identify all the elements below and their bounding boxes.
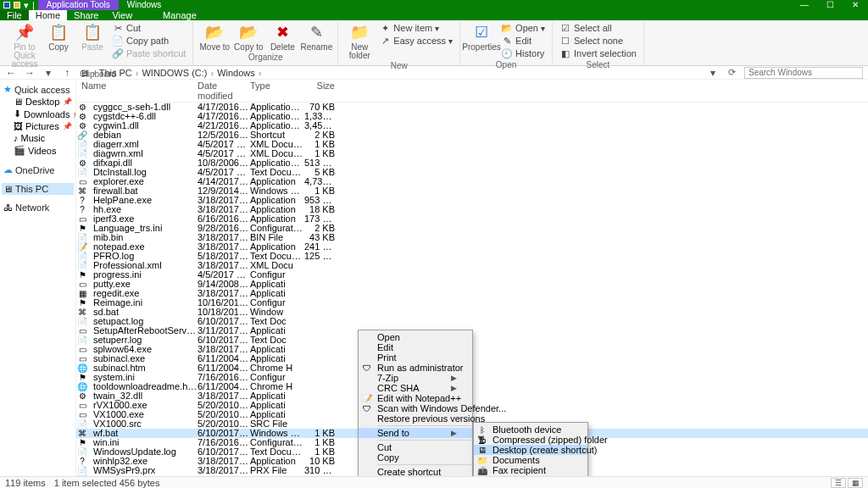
nav-desktop[interactable]: 🖥Desktop📌 bbox=[2, 96, 74, 108]
history-button[interactable]: 🕘History bbox=[499, 47, 547, 59]
properties-button[interactable]: ☑Properties bbox=[465, 22, 498, 52]
menu-item[interactable]: Restore previous versions bbox=[359, 413, 472, 424]
file-row[interactable]: ▭putty.exe9/14/2008 9:00 PMApplicati bbox=[76, 280, 868, 289]
invert-selection-button[interactable]: ◧Invert selection bbox=[558, 47, 638, 59]
refresh-button[interactable]: ⟳ bbox=[726, 67, 737, 78]
menu-item[interactable]: Open bbox=[359, 332, 472, 342]
file-type: Application bbox=[250, 457, 304, 466]
file-row[interactable]: 📄diagerr.xml4/5/2017 11:08 PMXML Documen… bbox=[76, 140, 868, 149]
view-details-button[interactable]: ☰ bbox=[831, 478, 846, 488]
file-row[interactable]: ⚑Language_trs.ini9/28/2016 8:53 PMConfig… bbox=[76, 224, 868, 233]
copy-to-button[interactable]: 📂Copy to bbox=[232, 22, 264, 52]
menu-item[interactable]: Copy bbox=[359, 452, 472, 463]
nav-network[interactable]: 🖧Network bbox=[2, 202, 74, 214]
paste-button[interactable]: 📋Paste bbox=[76, 22, 108, 52]
menu-item[interactable]: Create shortcut bbox=[359, 467, 472, 476]
nav-downloads[interactable]: ⬇Downloads📌 bbox=[2, 108, 74, 120]
delete-button[interactable]: ✖Delete bbox=[266, 22, 298, 52]
menu-item[interactable]: CRC SHA▶ bbox=[359, 383, 472, 393]
recent-button[interactable]: ▾ bbox=[42, 67, 54, 79]
menu-item[interactable]: ᛒBluetooth device bbox=[474, 424, 587, 435]
file-row[interactable]: ⚙difxapi.dll10/8/2006 12:45 AMApplicatio… bbox=[76, 158, 868, 168]
file-row[interactable]: ⌘sd.bat10/18/2016 12:45 …Window bbox=[76, 308, 868, 317]
file-row[interactable]: 📄Professional.xml3/18/2017 10:59 PMXML D… bbox=[76, 261, 868, 270]
dropdown-icon[interactable]: ▾ bbox=[707, 67, 719, 79]
menu-item[interactable]: Cut bbox=[359, 442, 472, 452]
menu-item[interactable]: 📝Edit with Notepad++ bbox=[359, 393, 472, 403]
move-to-button[interactable]: 📂Move to bbox=[198, 22, 231, 52]
nav-pictures[interactable]: 🖼Pictures📌 bbox=[2, 120, 74, 132]
view-icons-button[interactable]: ▦ bbox=[848, 478, 863, 488]
rename-button[interactable]: ✎Rename bbox=[300, 22, 332, 52]
open-button[interactable]: 📂Open ▾ bbox=[499, 22, 547, 34]
pin-quick-access-button[interactable]: 📌Pin to Quick access bbox=[8, 22, 41, 69]
col-size[interactable]: Size bbox=[304, 80, 340, 101]
menu-item[interactable]: 📠Fax recipient bbox=[474, 465, 587, 475]
file-row[interactable]: 📝notepad.exe3/18/2017 10:58 PMApplicatio… bbox=[76, 242, 868, 252]
copy-path-button[interactable]: 📄Copy path bbox=[110, 35, 187, 47]
menu-item[interactable]: 🛡Scan with Windows Defender... bbox=[359, 403, 472, 413]
nav-this-pc[interactable]: 🖥This PC bbox=[2, 183, 74, 195]
file-row[interactable]: ⚙cygwin1.dll4/21/2016 11:14 PMApplicatio… bbox=[76, 121, 868, 130]
file-row[interactable]: ?HelpPane.exe3/18/2017 10:57 PMApplicati… bbox=[76, 196, 868, 205]
new-item-button[interactable]: ✦New item ▾ bbox=[377, 22, 454, 34]
select-none-button[interactable]: ☐Select none bbox=[558, 35, 638, 47]
col-date[interactable]: Date modified bbox=[198, 80, 250, 101]
tab-share[interactable]: Share bbox=[67, 10, 105, 20]
file-row[interactable]: ⚑Reimage.ini10/16/2016 12:42 …Configur bbox=[76, 298, 868, 308]
file-row[interactable]: ⚑progress.ini4/5/2017 10:53 PMConfigur bbox=[76, 270, 868, 280]
minimize-button[interactable]: — bbox=[792, 0, 817, 10]
tab-manage[interactable]: Manage bbox=[156, 10, 203, 20]
cut-button[interactable]: ✂Cut bbox=[110, 22, 187, 34]
back-button[interactable]: ← bbox=[5, 67, 17, 79]
menu-item[interactable]: 🗜Compressed (zipped) folder bbox=[474, 435, 587, 445]
breadcrumb-item[interactable]: Windows bbox=[217, 68, 255, 78]
menu-item[interactable]: Send to▶ bbox=[359, 428, 472, 438]
menu-item[interactable]: Print bbox=[359, 352, 472, 363]
menu-item[interactable]: 7-Zip▶ bbox=[359, 373, 472, 383]
tab-view[interactable]: View bbox=[105, 10, 139, 20]
forward-button[interactable]: → bbox=[24, 67, 36, 79]
col-name[interactable]: Name bbox=[76, 80, 198, 101]
edit-button[interactable]: ✎Edit bbox=[499, 35, 547, 47]
new-folder-button[interactable]: 📁New folder bbox=[343, 22, 376, 60]
tab-file[interactable]: File bbox=[0, 10, 29, 20]
nav-quick-access[interactable]: ★Quick access bbox=[2, 83, 74, 96]
nav-onedrive[interactable]: ☁OneDrive bbox=[2, 164, 74, 176]
column-headers[interactable]: Name Date modified Type Size bbox=[76, 80, 868, 103]
menu-item[interactable]: 📁Documents bbox=[474, 455, 587, 465]
file-row[interactable]: ▦regedit.exe3/18/2017 10:57 PMApplicati bbox=[76, 289, 868, 298]
file-row[interactable]: ⚙cygstdc++-6.dll4/17/2016 5:13 PMApplica… bbox=[76, 112, 868, 121]
nav-videos[interactable]: 🎬Videos bbox=[2, 144, 74, 157]
file-row[interactable]: 📄mib.bin3/18/2017 10:57 PMBIN File43 KB bbox=[76, 233, 868, 242]
file-row[interactable]: ⌘firewall.bat12/9/2014 10:47 AMWindows B… bbox=[76, 186, 868, 196]
maximize-button[interactable]: ☐ bbox=[817, 0, 843, 10]
easy-access-button[interactable]: ↗Easy access ▾ bbox=[377, 35, 454, 47]
col-type[interactable]: Type bbox=[250, 80, 304, 101]
up-button[interactable]: ↑ bbox=[61, 67, 73, 79]
file-row[interactable]: 📄setupact.log6/10/2017 11:26 AMText Doc bbox=[76, 317, 868, 326]
breadcrumb-item[interactable]: WINDOWS (C:) bbox=[142, 68, 207, 78]
paste-shortcut-button[interactable]: 🔗Paste shortcut bbox=[110, 47, 187, 59]
file-row[interactable]: ?hh.exe3/18/2017 10:57 PMApplication18 K… bbox=[76, 205, 868, 214]
menu-item[interactable]: Edit bbox=[359, 342, 472, 352]
menu-item[interactable]: ✉Mail recipient bbox=[474, 475, 587, 476]
file-row[interactable]: 📄diagwrn.xml4/5/2017 11:08 PMXML Documen… bbox=[76, 149, 868, 158]
file-row[interactable]: ▭iperf3.exe6/16/2016 12:17 PMApplication… bbox=[76, 214, 868, 224]
copy-button[interactable]: 📋Copy bbox=[42, 22, 75, 52]
file-row[interactable]: ▭explorer.exe4/14/2017 3:35 AMApplicatio… bbox=[76, 177, 868, 186]
menu-item[interactable]: 🖥Desktop (create shortcut) bbox=[474, 445, 587, 455]
file-row[interactable]: 📄PFRO.log5/18/2017 8:05 AMText Document1… bbox=[76, 252, 868, 261]
file-row[interactable]: 🔗debian12/5/2016 10:20 PMShortcut2 KB bbox=[76, 130, 868, 140]
menu-item[interactable]: 🛡Run as administrator bbox=[359, 363, 472, 373]
search-input[interactable] bbox=[744, 67, 863, 79]
breadcrumb-item[interactable]: This PC bbox=[99, 68, 132, 78]
nav-music[interactable]: ♪Music bbox=[2, 132, 74, 144]
tab-home[interactable]: Home bbox=[29, 10, 67, 20]
select-all-button[interactable]: ☑Select all bbox=[558, 22, 638, 34]
file-icon: 📄 bbox=[76, 261, 88, 270]
breadcrumb[interactable]: 🖥› This PC› WINDOWS (C:)› Windows› bbox=[80, 68, 700, 78]
file-row[interactable]: ⚙cyggcc_s-seh-1.dll4/17/2016 5:12 PMAppl… bbox=[76, 103, 868, 112]
close-button[interactable]: ✕ bbox=[843, 0, 868, 10]
file-row[interactable]: 📄DtcInstall.log4/5/2017 11:10 PMText Doc… bbox=[76, 168, 868, 177]
